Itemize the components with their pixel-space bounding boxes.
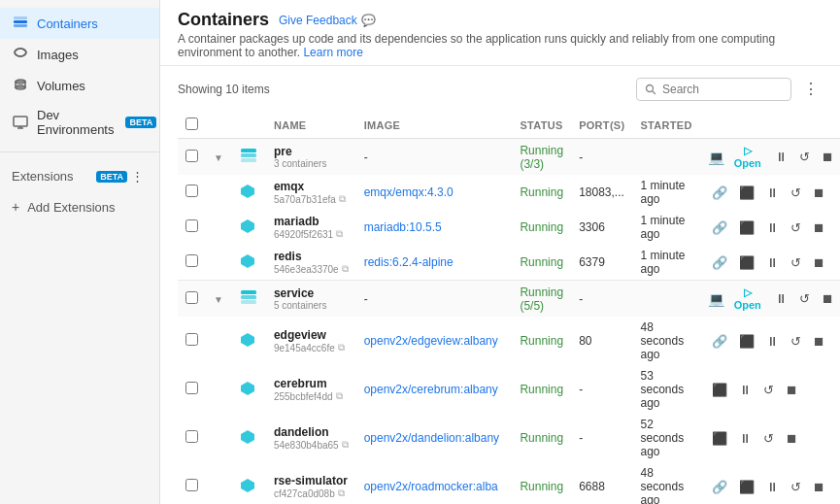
cerebrum-restart-button[interactable]: ↺ xyxy=(759,381,778,399)
rse-open-browser-button[interactable]: 🔗 xyxy=(708,478,731,496)
emqx-image-link[interactable]: emqx/emqx:4.3.0 xyxy=(364,185,454,199)
mariadb-checkbox[interactable] xyxy=(185,219,198,232)
dandelion-pause-button[interactable]: ⏸ xyxy=(735,429,756,448)
search-input[interactable] xyxy=(662,83,783,96)
sidebar-item-images[interactable]: Images xyxy=(0,39,159,70)
svg-rect-7 xyxy=(14,117,27,126)
group-pre-stop-button[interactable]: ⏹ xyxy=(818,148,838,166)
mariadb-copy-icon[interactable]: ⧉ xyxy=(336,228,343,240)
group-service-pause-button[interactable]: ⏸ xyxy=(771,289,791,308)
redis-restart-button[interactable]: ↺ xyxy=(787,253,805,272)
group-service-expand-arrow[interactable]: ▼ xyxy=(214,294,223,305)
edgeview-restart-button[interactable]: ↺ xyxy=(787,332,805,351)
dandelion-checkbox[interactable] xyxy=(185,430,198,443)
mariadb-open-browser-button[interactable]: 🔗 xyxy=(708,218,731,237)
emqx-copy-icon[interactable]: ⧉ xyxy=(339,193,346,205)
edgeview-pause-button[interactable]: ⏸ xyxy=(762,332,783,351)
rse-checkbox[interactable] xyxy=(185,479,198,491)
rse-ports: 6688 xyxy=(571,462,632,504)
dandelion-expand xyxy=(206,414,231,462)
container-row-edgeview: edgeview 9e145a4cc6fe ⧉ openv2x/edgeview… xyxy=(178,317,840,365)
edgeview-terminal-button[interactable]: ⬛ xyxy=(735,332,758,351)
edgeview-check xyxy=(178,317,206,365)
rse-restart-button[interactable]: ↺ xyxy=(787,478,805,496)
mariadb-image-link[interactable]: mariadb:10.5.5 xyxy=(364,220,442,234)
redis-image-link[interactable]: redis:6.2.4-alpine xyxy=(364,255,454,269)
group-pre-pause-button[interactable]: ⏸ xyxy=(771,148,791,166)
dandelion-restart-button[interactable]: ↺ xyxy=(759,429,778,448)
svg-rect-18 xyxy=(241,290,256,294)
extensions-more-button[interactable]: ⋮ xyxy=(127,167,148,185)
sidebar-item-containers[interactable]: Containers xyxy=(0,8,159,39)
redis-terminal-button[interactable]: ⬛ xyxy=(735,253,758,272)
redis-checkbox[interactable] xyxy=(185,254,198,267)
group-pre-checkbox[interactable] xyxy=(185,150,198,162)
group-service-stop-button[interactable]: ⏹ xyxy=(818,289,838,308)
emqx-stop-button[interactable]: ⏹ xyxy=(809,184,829,202)
mariadb-icon xyxy=(231,210,266,245)
mariadb-restart-button[interactable]: ↺ xyxy=(787,218,805,237)
rse-pause-button[interactable]: ⏸ xyxy=(762,478,783,496)
redis-copy-icon[interactable]: ⧉ xyxy=(342,263,349,275)
group-pre-restart-button[interactable]: ↺ xyxy=(795,148,814,166)
dandelion-stop-button[interactable]: ⏹ xyxy=(782,429,802,448)
group-service-actions: 💻 ▷ Open ⏸ ↺ ⏹ 🗑 xyxy=(700,281,840,317)
cerebrum-stop-button[interactable]: ⏹ xyxy=(782,381,802,399)
edgeview-copy-icon[interactable]: ⧉ xyxy=(338,342,345,353)
sidebar-item-volumes-label: Volumes xyxy=(37,79,148,93)
edgeview-expand xyxy=(206,317,231,365)
cerebrum-terminal-button[interactable]: ⬛ xyxy=(708,381,731,399)
mariadb-status: Running xyxy=(512,210,571,245)
cerebrum-checkbox[interactable] xyxy=(185,382,198,394)
edgeview-open-browser-button[interactable]: 🔗 xyxy=(708,332,731,351)
sidebar-item-dev-environments[interactable]: Dev Environments BETA xyxy=(0,101,159,144)
group-service-checkbox[interactable] xyxy=(185,291,198,304)
group-service-started xyxy=(632,281,699,317)
sidebar-item-volumes[interactable]: Volumes xyxy=(0,70,159,101)
redis-open-browser-button[interactable]: 🔗 xyxy=(708,253,731,272)
group-service-open-button[interactable]: ▷ Open xyxy=(728,285,767,313)
dandelion-image-link[interactable]: openv2x/dandelion:albany xyxy=(364,431,499,445)
emqx-restart-button[interactable]: ↺ xyxy=(787,184,805,202)
edgeview-checkbox[interactable] xyxy=(185,333,198,346)
mariadb-stop-button[interactable]: ⏹ xyxy=(809,218,829,237)
group-pre-status: Running (3/3) xyxy=(512,139,571,176)
svg-marker-24 xyxy=(241,479,254,492)
emqx-open-browser-button[interactable]: 🔗 xyxy=(708,184,731,202)
group-service-icon xyxy=(231,281,266,317)
mariadb-pause-button[interactable]: ⏸ xyxy=(762,218,783,237)
cerebrum-copy-icon[interactable]: ⧉ xyxy=(336,390,343,402)
rse-copy-icon[interactable]: ⧉ xyxy=(338,487,345,499)
emqx-pause-button[interactable]: ⏸ xyxy=(762,184,783,202)
svg-marker-23 xyxy=(241,430,254,444)
col-ports-header: PORT(S) xyxy=(571,112,632,139)
select-all-checkbox[interactable] xyxy=(185,118,198,130)
dandelion-copy-icon[interactable]: ⧉ xyxy=(342,439,349,451)
rse-stop-button[interactable]: ⏹ xyxy=(809,478,829,496)
rse-image-link[interactable]: openv2x/roadmocker:alba xyxy=(364,480,498,493)
group-pre-expand-arrow[interactable]: ▼ xyxy=(214,152,223,163)
emqx-terminal-button[interactable]: ⬛ xyxy=(735,184,758,202)
edgeview-stop-button[interactable]: ⏹ xyxy=(809,332,829,351)
extensions-section: Extensions BETA ⋮ xyxy=(0,160,159,192)
cerebrum-pause-button[interactable]: ⏸ xyxy=(735,381,756,399)
emqx-started: 1 minute ago xyxy=(632,175,699,210)
svg-rect-14 xyxy=(241,158,256,162)
group-service-restart-button[interactable]: ↺ xyxy=(795,289,814,308)
cerebrum-image-link[interactable]: openv2x/cerebrum:albany xyxy=(364,383,498,396)
emqx-checkbox[interactable] xyxy=(185,185,198,197)
redis-stop-button[interactable]: ⏹ xyxy=(809,253,829,272)
group-pre-open-button[interactable]: ▷ Open xyxy=(728,143,767,171)
add-extensions-item[interactable]: + Add Extensions xyxy=(0,192,159,221)
svg-rect-0 xyxy=(14,20,27,23)
mariadb-terminal-button[interactable]: ⬛ xyxy=(735,218,758,237)
redis-pause-button[interactable]: ⏸ xyxy=(762,253,783,272)
edgeview-image-link[interactable]: openv2x/edgeview:albany xyxy=(364,334,498,348)
group-service-ports: - xyxy=(571,281,632,317)
dandelion-terminal-button[interactable]: ⬛ xyxy=(708,429,731,448)
more-options-button[interactable]: ⋮ xyxy=(799,76,823,102)
rse-terminal-button[interactable]: ⬛ xyxy=(735,478,758,496)
give-feedback-link[interactable]: Give Feedback 💬 xyxy=(279,14,376,27)
emqx-name: emqx 5a70a7b31efa ⧉ xyxy=(266,175,356,210)
learn-more-link[interactable]: Learn more xyxy=(303,46,362,59)
